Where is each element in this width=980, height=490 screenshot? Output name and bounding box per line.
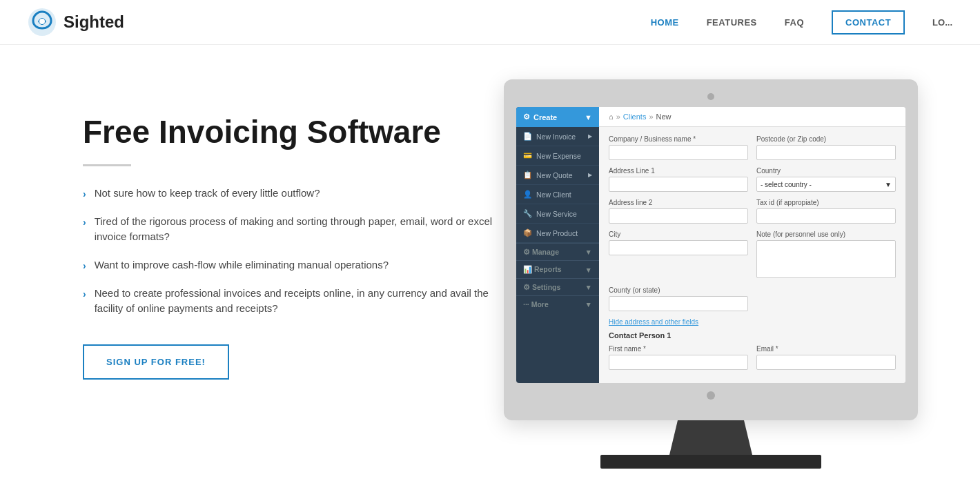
- expense-icon: 💳: [523, 151, 532, 160]
- monitor-stand: [669, 420, 752, 455]
- monitor-top-dot: [707, 93, 714, 100]
- postcode-field: Postcode (or Zip code): [756, 135, 896, 160]
- service-icon: 🔧: [523, 209, 532, 218]
- sidebar-settings[interactable]: ⚙ Settings ▼: [516, 278, 599, 295]
- nav-features[interactable]: FEATURES: [707, 17, 757, 28]
- breadcrumb-clients[interactable]: Clients: [623, 112, 647, 121]
- company-field: Company / Business name *: [609, 135, 748, 160]
- feature-list: › Not sure how to keep track of every li…: [83, 186, 497, 317]
- manage-arrow: ▼: [585, 248, 592, 256]
- breadcrumb: ⌂ » Clients » New: [599, 107, 905, 127]
- monitor-screen: ⚙ Create ▼ 📄 New Invoice ▶ 💳 Ne: [516, 107, 905, 383]
- chevron-icon-3: ›: [83, 259, 86, 273]
- monitor-base: [600, 455, 821, 469]
- sidebar-manage[interactable]: ⚙ Manage ▼: [516, 243, 599, 260]
- nav: HOME FEATURES FAQ CONTACT LO...: [651, 10, 952, 35]
- nav-faq[interactable]: FAQ: [785, 17, 804, 28]
- nav-contact[interactable]: CONTACT: [832, 10, 905, 35]
- create-button[interactable]: ⚙ Create ▼: [516, 107, 599, 127]
- form-row-1: Company / Business name * Postcode (or Z…: [609, 135, 896, 160]
- note-placeholder: [756, 286, 896, 311]
- more-arrow: ▼: [585, 300, 592, 308]
- invoice-arrow: ▶: [588, 133, 592, 139]
- list-item: › Tired of the rigorous process of makin…: [83, 214, 497, 245]
- monitor-wrapper: ⚙ Create ▼ 📄 New Invoice ▶ 💳 Ne: [504, 79, 918, 469]
- address2-label: Address line 2: [609, 199, 748, 206]
- county-input[interactable]: [609, 296, 748, 311]
- left-section: Free Invoicing Software › Not sure how t…: [83, 93, 497, 380]
- first-name-field: First name *: [609, 345, 748, 370]
- sidebar-new-service[interactable]: 🔧 New Service: [516, 204, 599, 224]
- settings-arrow: ▼: [585, 283, 592, 291]
- header: Sighted HOME FEATURES FAQ CONTACT LO...: [0, 0, 980, 45]
- logo-area: Sighted: [28, 8, 124, 37]
- monitor-frame: ⚙ Create ▼ 📄 New Invoice ▶ 💳 Ne: [504, 79, 918, 420]
- tax-input[interactable]: [756, 208, 896, 224]
- chevron-icon-4: ›: [83, 287, 86, 302]
- county-label: County (or state): [609, 286, 748, 294]
- home-icon: ⌂: [609, 112, 614, 121]
- tax-label: Tax id (if appropiate): [756, 199, 896, 206]
- logo-text: Sighted: [63, 12, 124, 32]
- email-input[interactable]: [756, 355, 896, 370]
- address1-input[interactable]: [609, 177, 748, 192]
- sidebar-new-invoice[interactable]: 📄 New Invoice ▶: [516, 127, 599, 146]
- address2-input[interactable]: [609, 208, 748, 224]
- quote-arrow: ▶: [588, 172, 592, 178]
- reports-arrow: ▼: [585, 266, 592, 274]
- client-form: Company / Business name * Postcode (or Z…: [599, 127, 905, 383]
- city-field: City: [609, 231, 748, 280]
- list-item: › Need to create professional invoices a…: [83, 286, 497, 317]
- hide-fields-link[interactable]: Hide address and other fields: [609, 318, 896, 326]
- contact-person-title: Contact Person 1: [609, 331, 896, 340]
- company-label: Company / Business name *: [609, 135, 748, 143]
- note-textarea[interactable]: [756, 240, 896, 278]
- divider: [83, 164, 131, 166]
- right-section: ⚙ Create ▼ 📄 New Invoice ▶ 💳 Ne: [497, 79, 925, 469]
- logo-icon: [28, 8, 57, 37]
- sidebar-new-client[interactable]: 👤 New Client: [516, 185, 599, 204]
- postcode-input[interactable]: [756, 145, 896, 160]
- list-item: › Not sure how to keep track of every li…: [83, 186, 497, 202]
- breadcrumb-arrow-2: »: [649, 112, 653, 121]
- create-dropdown-icon: ▼: [585, 113, 592, 121]
- signup-button[interactable]: SIGN UP FOR FREE!: [83, 344, 229, 380]
- city-label: City: [609, 231, 748, 238]
- form-row-5: County (or state): [609, 286, 896, 311]
- county-field: County (or state): [609, 286, 748, 311]
- first-name-input[interactable]: [609, 355, 748, 370]
- app-content: ⌂ » Clients » New Company / Business nam…: [599, 107, 905, 383]
- form-row-contact: First name * Email *: [609, 345, 896, 370]
- hero-title: Free Invoicing Software: [83, 114, 497, 150]
- sidebar-new-product[interactable]: 📦 New Product: [516, 224, 599, 243]
- note-field: Note (for personnel use only): [756, 231, 896, 280]
- app-sidebar: ⚙ Create ▼ 📄 New Invoice ▶ 💳 Ne: [516, 107, 599, 383]
- country-label: Country: [756, 167, 896, 175]
- breadcrumb-current: New: [656, 112, 672, 121]
- chevron-icon-1: ›: [83, 187, 86, 202]
- company-input[interactable]: [609, 145, 748, 160]
- nav-login[interactable]: LO...: [932, 17, 952, 28]
- svg-point-1: [39, 19, 45, 24]
- breadcrumb-arrow-1: »: [616, 112, 620, 121]
- sidebar-more[interactable]: ··· More ▼: [516, 295, 599, 313]
- city-input[interactable]: [609, 240, 748, 255]
- sidebar-new-expense[interactable]: 💳 New Expense: [516, 146, 599, 166]
- country-select[interactable]: - select country - ▼: [756, 177, 896, 192]
- list-item: › Want to improve cash-flow while elimin…: [83, 257, 497, 273]
- chevron-icon-2: ›: [83, 215, 86, 230]
- address1-label: Address Line 1: [609, 167, 748, 175]
- address1-field: Address Line 1: [609, 167, 748, 192]
- email-label: Email *: [756, 345, 896, 353]
- nav-home[interactable]: HOME: [651, 17, 679, 28]
- sidebar-reports[interactable]: 📊 Reports ▼: [516, 260, 599, 278]
- country-field: Country - select country - ▼: [756, 167, 896, 192]
- first-name-label: First name *: [609, 345, 748, 353]
- postcode-label: Postcode (or Zip code): [756, 135, 896, 143]
- select-arrow-icon: ▼: [885, 181, 892, 188]
- form-row-2: Address Line 1 Country - select country …: [609, 167, 896, 192]
- form-row-3: Address line 2 Tax id (if appropiate): [609, 199, 896, 224]
- main-content: Free Invoicing Software › Not sure how t…: [0, 45, 980, 490]
- sidebar-new-quote[interactable]: 📋 New Quote ▶: [516, 166, 599, 185]
- tax-field: Tax id (if appropiate): [756, 199, 896, 224]
